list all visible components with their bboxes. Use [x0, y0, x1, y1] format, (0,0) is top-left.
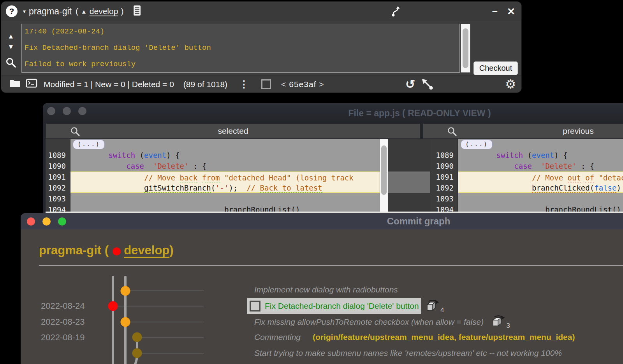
graph-titlebar: Commit graph: [21, 213, 623, 229]
commit-dot: [121, 317, 130, 327]
main-titlebar: ? ▾ pragma-git ( ▲ develop ): [1, 2, 521, 21]
commit-hash-nav[interactable]: < 65e3af >: [281, 80, 324, 89]
up-triangle-icon: ▲: [81, 8, 87, 15]
line-number: 1092: [46, 182, 70, 193]
notes-icon[interactable]: [133, 5, 141, 18]
code-line: 1092 branchClicked(false): [430, 182, 623, 193]
code-line: (...): [430, 139, 623, 150]
commit-message-editor[interactable]: 17:40 (2022-08-24) Fix Detached-branch d…: [21, 24, 460, 73]
line-number: 1092: [430, 182, 458, 193]
commit-dot: [132, 348, 142, 358]
close-button[interactable]: ✕: [507, 7, 515, 16]
line-number: 1090: [46, 161, 70, 172]
scroll-down-icon[interactable]: ▼: [8, 44, 14, 50]
commit-row[interactable]: Fix missing allowPushToRemote checkbox (…: [254, 314, 510, 330]
paren-close: ): [121, 7, 123, 16]
chevron-down-icon[interactable]: ▾: [23, 8, 26, 14]
changed-files-count: 3: [506, 322, 510, 330]
repo-header: pragma-git ( develop ): [39, 243, 174, 257]
main-window: ? ▾ pragma-git ( ▲ develop ): [1, 1, 522, 93]
undo-icon[interactable]: ↺: [405, 77, 415, 91]
scrollbar-thumb[interactable]: [381, 145, 387, 195]
repo-name: pragma-git (: [39, 243, 109, 257]
line-number: [46, 139, 70, 150]
graph-window-title: Commit graph: [21, 213, 623, 229]
commit-date: 2022-08-23: [41, 316, 92, 328]
commit-row[interactable]: Start trying to make submenu names like …: [254, 345, 562, 361]
line-number: 1091: [430, 172, 458, 182]
repo-title: pragma-git: [29, 6, 72, 17]
changed-files-icon[interactable]: 3: [490, 314, 510, 330]
message-nav-column: ▲ ▼: [1, 22, 21, 75]
commit-message[interactable]: Start trying to make submenu names like …: [254, 348, 562, 358]
code-line: (...): [46, 139, 380, 150]
current-commit-dot-icon: [113, 247, 121, 256]
scroll-up-icon[interactable]: ▲: [8, 33, 14, 40]
diff-change-marker: [388, 172, 430, 193]
commit-position: (89 of 1018): [183, 80, 227, 89]
line-number: 1090: [430, 161, 458, 172]
code-line: 1089 switch (event) {: [46, 150, 380, 161]
commit-message[interactable]: Fix Detached-branch dialog 'Delete' butt…: [265, 301, 419, 311]
pane-label: selected: [46, 126, 420, 136]
file-counts: Modified = 1 | New = 0 | Deleted = 0: [44, 80, 174, 89]
merge-arrow-icon[interactable]: [421, 78, 434, 93]
terminal-icon[interactable]: [26, 78, 37, 90]
folder-icon[interactable]: [9, 79, 21, 90]
gear-icon[interactable]: ⚙: [505, 77, 516, 91]
line-number: 1091: [46, 172, 70, 182]
scrollbar-thumb[interactable]: [463, 28, 468, 68]
stage-checkbox[interactable]: [261, 79, 271, 89]
commit-dot: [108, 301, 118, 311]
line-number: 1089: [430, 150, 458, 161]
commit-checkbox[interactable]: [250, 301, 260, 312]
changed-files-count: 4: [440, 306, 444, 314]
message-line: Failed to work previously: [25, 59, 459, 75]
commit-date: 2022-08-24: [41, 300, 92, 312]
code-line: 1092 gitSwitchBranch('-'); // Back to la…: [46, 182, 380, 193]
code-line: 1091 // Move out of "detached Head": [430, 172, 623, 182]
previous-code-pane: (...)1089 switch (event) {1090 case 'Del…: [430, 139, 623, 215]
checkout-button[interactable]: Checkout: [473, 61, 518, 75]
branch-indicator[interactable]: ( ▲ develop ): [76, 7, 123, 16]
changed-files-icon[interactable]: 4: [424, 299, 444, 314]
branch-link[interactable]: develop: [90, 7, 118, 16]
diff-window: File = app.js ( READ-ONLY VIEW ) selecte…: [43, 103, 623, 223]
diff-titlebar: File = app.js ( READ-ONLY VIEW ): [43, 103, 623, 123]
separator: [39, 265, 623, 266]
commit-row[interactable]: Commenting(origin/feature/upstream_menu_…: [254, 329, 575, 345]
commit-graph-canvas[interactable]: [99, 271, 239, 364]
line-number: 1089: [46, 150, 70, 161]
commit-message[interactable]: Fix missing allowPushToRemote checkbox (…: [254, 317, 484, 327]
code-fold-badge[interactable]: (...): [73, 140, 105, 149]
code-line: 1090 case 'Delete' : {: [430, 161, 623, 172]
commit-message[interactable]: Commenting: [254, 332, 301, 342]
graph-window: Commit graph pragma-git ( develop ) 2022…: [21, 213, 623, 364]
commit-date: 2022-08-19: [41, 332, 92, 343]
pane-label: previous: [423, 126, 623, 136]
more-menu-icon[interactable]: ⋮: [239, 79, 249, 90]
commit-message-area: ▲ ▼ 17:40 (2022-08-24) Fix Detached-bran…: [1, 22, 521, 75]
message-line: Fix Detached-branch dialog 'Delete' butt…: [25, 43, 459, 59]
minimize-button[interactable]: −: [492, 7, 498, 16]
line-number: 1093: [430, 193, 458, 204]
desktop: ? ▾ pragma-git ( ▲ develop ): [0, 0, 623, 364]
branch-link[interactable]: develop: [124, 243, 169, 257]
previous-pane-header: previous: [422, 123, 623, 139]
diff-window-title: File = app.js ( READ-ONLY VIEW ): [43, 103, 623, 123]
code-line: 1093: [430, 193, 623, 204]
help-icon[interactable]: ?: [6, 5, 18, 17]
diff-connector-gutter: [388, 139, 430, 223]
commit-dot: [121, 286, 130, 296]
code-scrollbar[interactable]: [380, 139, 388, 223]
git-branch-icon[interactable]: [390, 5, 401, 19]
statusbar: Modified = 1 | New = 0 | Deleted = 0 (89…: [1, 75, 521, 93]
commit-row[interactable]: Implement new dialog with radiobuttons: [254, 282, 398, 298]
selected-pane-header: selected: [46, 123, 421, 139]
code-fold-badge[interactable]: (...): [461, 140, 493, 149]
message-scrollbar[interactable]: [461, 24, 470, 73]
search-icon[interactable]: [5, 57, 16, 70]
code-line: 1091 // Move back from "detached Head" (…: [46, 172, 380, 182]
selected-commit-row[interactable]: Fix Detached-branch dialog 'Delete' butt…: [247, 298, 421, 314]
commit-message[interactable]: Implement new dialog with radiobuttons: [254, 285, 398, 294]
